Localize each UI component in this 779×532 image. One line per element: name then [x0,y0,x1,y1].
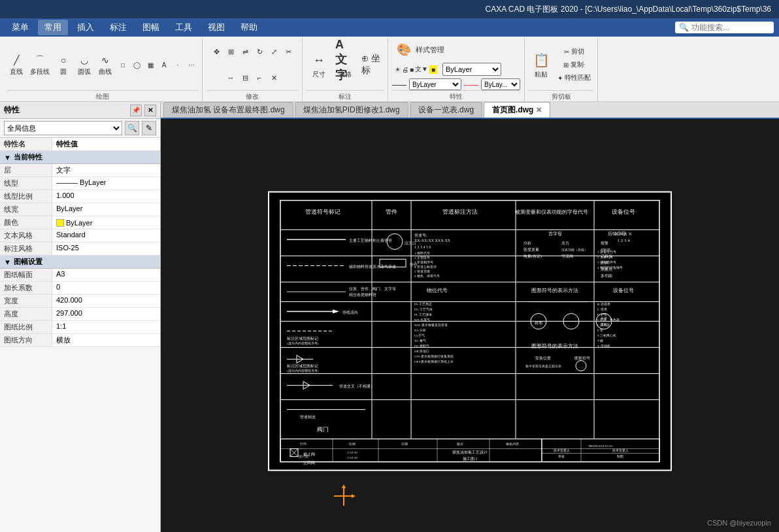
ribbon-btn-mirror[interactable]: ⇌ [239,45,252,58]
filter-select[interactable]: 全局信息 [4,121,122,135]
ribbon-btn-rotate[interactable]: ↻ [253,45,266,58]
prop-value-图纸比例[interactable]: 1:1 [52,321,160,333]
svg-text:OPS 废水检测循行系统上水: OPS 废水检测循行系统上水 [414,359,454,363]
filter-edit-btn[interactable]: ✎ [142,121,156,135]
svg-text:2 主单元号: 2 主单元号 [597,255,613,259]
menu-item-常用[interactable]: 常用 [38,20,68,35]
svg-text:管道号:: 管道号: [414,233,427,237]
prop-value-标注风格[interactable]: ISO-25 [52,242,160,255]
svg-text:CPS 废水检测循行收集系统: CPS 废水检测循行收集系统 [414,354,454,358]
ribbon-btn-copy2[interactable]: ⊞ 复制· [555,59,593,71]
ribbon-btn-more[interactable]: ⋯ [185,59,198,71]
ribbon-btn-hatch[interactable]: ▦ [144,59,157,71]
ribbon-btn-trim[interactable]: ✂ [282,45,295,58]
svg-text:PG 工艺气体: PG 工艺气体 [414,307,433,311]
ribbon-btn-dim[interactable]: ↔ 尺寸 [307,49,331,80]
ribbon-btn-point[interactable]: · [171,59,184,71]
ribbon-btn-coord[interactable]: ⊕ 坐标 [359,54,384,76]
prop-value-图纸方向[interactable]: 横放 [52,334,160,346]
doc-tab-2[interactable]: 设备一览表.dwg [410,102,482,118]
ribbon-btn-delete[interactable]: ✕ [267,71,280,84]
prop-value-层[interactable]: 文字 [52,164,160,176]
ribbon-btn-圆[interactable]: ○ 圆 [54,52,73,78]
search-input[interactable] [691,23,770,32]
ribbon-btn-cut[interactable]: ✂ 剪切 [555,46,593,58]
svg-text:技术负责人: 技术负责人 [612,448,629,452]
svg-text:就地: 就地 [535,321,542,325]
collapse-icon-图幅设置: ▼ [4,258,11,266]
ribbon-btn-直线[interactable]: ╱ 直线 [7,52,26,78]
prop-value-高度[interactable]: 297.000 [52,308,160,320]
svg-text:NA 分析: NA 分析 [414,328,426,332]
prop-value-图纸幅面[interactable]: A3 [52,269,160,281]
ribbon-btn-fillet[interactable]: ⌐ [253,71,266,84]
svg-text:PL 工艺液体: PL 工艺液体 [414,312,432,316]
ribbon-btn-layer[interactable]: ☀ 🖨 ■ 文▼ ■ [392,63,440,75]
ribbon-group-label-anno: 标注 [307,90,384,101]
svg-text:管线流向: 管线流向 [342,310,358,314]
doc-tab-1[interactable]: 煤焦油加氢PID图修改1.dwg [295,102,408,118]
ribbon-btn-text[interactable]: A [157,59,171,71]
menu-item-工具[interactable]: 工具 [169,20,199,35]
svg-text:设计院: 设计院 [299,454,308,458]
prop-row-线型比例: 线型比例 1.000 [0,190,160,203]
svg-text:管道交叉（不相通）: 管道交叉（不相通） [339,384,374,389]
svg-text:4 管道公称直径: 4 管道公称直径 [414,265,437,269]
prop-name-标注风格: 标注风格 [0,242,52,255]
filter-add-btn[interactable]: 🔍 [125,121,139,135]
tab-close-btn[interactable]: ✕ [536,106,542,114]
prop-row-图纸幅面: 图纸幅面 A3 [0,269,160,282]
svg-marker-146 [342,484,346,488]
panel-pin-btn[interactable]: 📌 [130,105,142,116]
svg-text:辅助物料管道及水蒸气管道: 辅助物料管道及水蒸气管道 [349,265,396,269]
prop-value-加长系数[interactable]: 0 [52,282,160,294]
ribbon-btn-text2[interactable]: A 文字 表格 [333,49,357,80]
svg-text:1 设备位代号: 1 设备位代号 [597,250,616,254]
ribbon-btn-圆弧[interactable]: ◡ 圆弧 [75,52,94,78]
ribbon-btn-rect[interactable]: □ [116,59,129,71]
prop-value-线型[interactable]: ——— ByLayer [52,177,160,190]
svg-text:V 压缩机: V 压缩机 [597,344,610,348]
ribbon-btn-move[interactable]: ✥ [210,45,223,58]
section-图幅设置[interactable]: ▼ 图幅设置 [0,256,160,269]
prop-name-线型: 线型 [0,177,52,190]
doc-tab-0[interactable]: 煤焦油加氢 设备布置最终图.dwg [163,102,293,118]
menu-item-插入[interactable]: 插入 [71,20,101,35]
svg-text:F 容器、换热器: F 容器、换热器 [597,318,620,322]
ribbon-btn-copy[interactable]: ⊞ [224,45,237,58]
prop-value-线宽[interactable]: ByLayer [52,203,160,216]
svg-text:B 容器类: B 容器类 [597,302,610,306]
prop-value-文本风格[interactable]: Standard [52,229,160,242]
doc-tab-3[interactable]: 首页图.dwg ✕ [484,102,550,118]
menu-item-帮助[interactable]: 帮助 [234,20,264,35]
panel-close-btn[interactable]: ✕ [144,105,156,116]
menu-item-视图[interactable]: 视图 [201,20,231,35]
svg-text:DR 排放口: DR 排放口 [414,349,429,353]
search-bar[interactable]: 🔍 [675,22,774,33]
ribbon-btn-scale[interactable]: ⤢ [267,45,280,58]
ribbon-btn-extend[interactable]: ↔ [224,71,237,84]
layer-selector[interactable]: ByLayer [442,63,501,76]
prop-row-图纸比例: 图纸比例 1:1 [0,321,160,334]
ribbon-btn-paste[interactable]: 📋 粘贴 [529,49,554,80]
svg-text:密度质量: 密度质量 [523,247,539,252]
ribbon-btn-多段线[interactable]: ⌒ 多段线 [27,52,52,78]
menu-item-图幅[interactable]: 图幅 [136,20,166,35]
linewidth-selector[interactable]: ByLay... [481,78,520,90]
ribbon-clipboard-icons: 📋 粘贴 ✂ 剪切 ⊞ 复制· ✦ 特性匹配 [529,39,593,90]
ribbon-btn-曲线[interactable]: ∿ 曲线 [95,52,115,78]
section-当前特性[interactable]: ▼ 当前特性 [0,151,160,164]
svg-text:审核: 审核 [558,454,565,458]
ribbon-btn-offset[interactable]: ⊟ [239,71,252,84]
svg-text:技术负责人: 技术负责人 [553,448,570,452]
ribbon-btn-style-mgr[interactable]: 🎨 样式管理 [392,39,447,60]
menu-item-标注[interactable]: 标注 [103,20,133,35]
ribbon-btn-match[interactable]: ✦ 特性匹配 [555,72,593,84]
prop-value-宽度[interactable]: 420.000 [52,295,160,307]
ribbon-btn-ellipse[interactable]: ◯ [130,59,143,71]
prop-value-线型比例[interactable]: 1.000 [52,190,160,203]
menu-item-菜单[interactable]: 菜单 [5,20,35,35]
prop-value-颜色[interactable]: ByLayer [52,216,160,229]
svg-text:分析: 分析 [523,241,531,245]
linetype-selector[interactable]: ByLayer [409,78,461,90]
